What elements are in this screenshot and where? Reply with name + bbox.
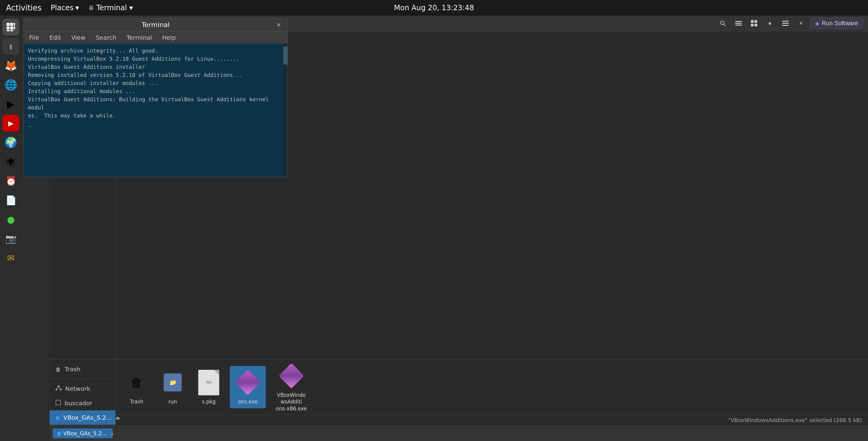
svg-rect-13 [751,20,753,23]
lower-file-trash[interactable]: 🗑 Trash [122,366,152,408]
svg-line-9 [724,24,726,26]
lower-file-spkg[interactable]: PKG s.pkg [194,366,224,408]
terminal-menu-label: Terminal [96,4,127,12]
fm-lower-buscador-label: buscador [65,400,92,407]
lower-run-label: run [168,398,177,405]
green-sidebar-icon[interactable]: ● [2,211,19,228]
svg-rect-12 [735,25,742,26]
lower-vbox-x86-icon [279,362,303,389]
svg-rect-1 [10,23,13,26]
fm-lower-vbox-icon: ● [56,415,60,420]
svg-rect-18 [782,23,789,24]
svg-rect-4 [10,26,13,29]
activities-button[interactable]: Activities [6,3,42,12]
fm-lower-trash[interactable]: 🗑 Trash [50,362,115,376]
terminal-menu-chevron: ▾ [129,4,133,12]
close-icon: × [799,20,803,27]
sort-dropdown-button[interactable]: ▾ [763,18,776,29]
fm-lower-section: 🗑 Trash Network buscador ● VBox_GAs_5.2.… [50,359,868,426]
svg-rect-10 [735,21,742,22]
svg-rect-16 [754,24,757,26]
list-view-icon [735,21,742,26]
places-menu[interactable]: Places ▾ [51,4,79,12]
svg-rect-29 [56,389,57,390]
lower-run-icon: 📁 [161,369,185,396]
terminal-edit-menu[interactable]: Edit [47,33,63,42]
browser-sidebar-icon[interactable]: 🌐 [2,76,19,93]
show-apps-button[interactable] [2,19,19,35]
fm-lower-network-label: Network [65,385,90,392]
taskbar-vbox-item[interactable]: ● VBox_GAs_5.2... ⏏ [53,429,113,438]
search-button[interactable] [716,18,730,29]
svg-rect-7 [10,30,13,31]
fm-lower-content: 🗑 Trash 📁 run PKG s.pkg ons.ex [116,359,868,415]
grid-icon [6,22,16,32]
spider-sidebar-icon[interactable]: 🕷 [2,153,19,170]
run-software-button[interactable]: ◆ Run Software [810,18,863,29]
terminal-view-menu[interactable]: View [69,33,88,42]
terminal-terminal-menu[interactable]: Terminal [124,33,154,42]
taskbar-vbox-label: VBox_GAs_5.2... [63,430,107,437]
svg-line-32 [59,387,61,389]
svg-rect-11 [735,23,742,24]
fm-lower-sidebar: 🗑 Trash Network buscador ● VBox_GAs_5.2.… [50,359,116,426]
svg-rect-33 [56,400,61,405]
diamond-icon: ◆ [815,20,819,27]
terminal-menu[interactable]: 🖥 Terminal ▾ [88,4,133,12]
grid-view-icon [751,20,757,27]
svg-rect-3 [7,26,10,29]
terminal-title: Terminal [142,21,170,29]
search-icon [720,20,726,27]
close-button[interactable]: × [795,18,808,29]
lower-file-run[interactable]: 📁 run [158,366,188,408]
youtube-sidebar-icon[interactable]: ▶ [2,115,19,132]
fm-lower-vbox-label: VBox_GAs_5.2... [63,414,112,421]
topbar: Activities Places ▾ 🖥 Terminal ▾ Mon Aug… [0,0,868,15]
svg-rect-15 [751,24,753,26]
fm-lower-status: "VBoxWindowsAdditions.exe" selected (268… [116,415,868,426]
terminal-menu-icon: 🖥 [88,4,94,11]
terminal-file-menu[interactable]: File [27,33,41,42]
fm-lower-buscador-icon [56,400,61,406]
mail-sidebar-icon[interactable]: ✉ [2,249,19,266]
svg-line-31 [57,387,59,389]
taskbar-eject-icon[interactable]: ⏏ [111,431,113,436]
sidebar: ▮ 🦊 🌐 ▶ ▶ 🌍 🕷 ⏰ 📄 ● 📷 ✉ [0,15,22,441]
grid-view-button[interactable] [748,18,761,29]
lower-trash-icon: 🗑 [125,369,149,396]
terminal-scrollbar[interactable] [283,43,287,177]
firefox-sidebar-icon[interactable]: 🦊 [2,57,19,74]
lower-spkg-icon: PKG [197,369,221,396]
list-view-button[interactable] [732,18,745,29]
clock: Mon Aug 20, 13:23:48 [394,4,474,12]
fm-lower-buscador[interactable]: buscador [50,396,115,410]
svg-rect-0 [7,23,10,26]
media-sidebar-icon[interactable]: ▶ [2,96,19,112]
lower-status-text: "VBoxWindowsAdditions.exe" selected (268… [728,417,862,423]
lower-ons-exe-label: ons.exe [238,398,258,405]
terminal-search-menu[interactable]: Search [93,33,119,42]
clock-sidebar-icon[interactable]: ⏰ [2,172,19,189]
docs-sidebar-icon[interactable]: 📄 [2,192,19,209]
fm-lower-trash-icon: 🗑 [56,366,61,373]
lower-ons-exe-icon [236,369,260,396]
globe-sidebar-icon[interactable]: 🌍 [2,134,19,151]
fm-lower-vbox-active[interactable]: ● VBox_GAs_5.2... ⏏ [50,410,115,425]
lower-spkg-label: s.pkg [202,398,216,405]
lower-file-ons-exe[interactable]: ons.exe [230,366,266,408]
run-software-label: Run Software [822,20,858,27]
hamburger-icon [782,21,789,26]
terminal-help-menu[interactable]: Help [160,33,178,42]
fm-lower-network[interactable]: Network [50,381,115,396]
svg-rect-17 [782,21,789,22]
terminal-close-button[interactable]: × [274,21,283,29]
chevron-down-icon: ▾ [768,20,771,27]
menu-button[interactable] [779,18,792,29]
lower-file-vbox-x86[interactable]: VBoxWindowsAdditions-x86.exe [272,359,311,415]
terminal-menubar: File Edit View Search Terminal Help [24,32,287,43]
terminal-sidebar-icon[interactable]: ▮ [2,38,19,55]
terminal-content[interactable]: Verifying archive integrity... All good.… [24,43,287,177]
camera-sidebar-icon[interactable]: 📷 [2,230,19,247]
svg-rect-6 [7,30,10,31]
svg-rect-14 [754,20,757,23]
